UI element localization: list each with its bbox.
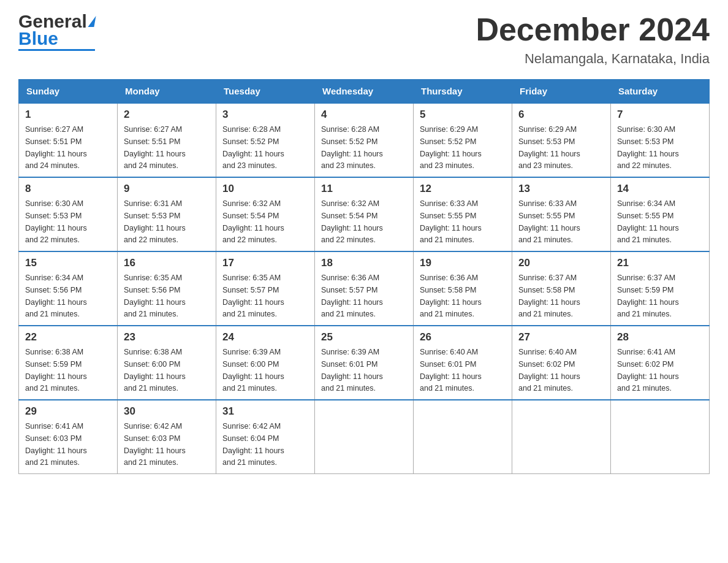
day-number: 27 [518, 331, 604, 343]
day-info: Sunrise: 6:37 AMSunset: 5:58 PMDaylight:… [518, 274, 580, 318]
day-number: 31 [222, 405, 308, 418]
subtitle: Nelamangala, Karnataka, India [476, 51, 710, 67]
calendar-header-sunday: Sunday [19, 80, 118, 104]
day-number: 11 [321, 183, 407, 195]
day-info: Sunrise: 6:30 AMSunset: 5:53 PMDaylight:… [25, 199, 87, 244]
day-info: Sunrise: 6:29 AMSunset: 5:53 PMDaylight:… [518, 125, 580, 170]
day-info: Sunrise: 6:30 AMSunset: 5:53 PMDaylight:… [617, 125, 679, 170]
day-info: Sunrise: 6:27 AMSunset: 5:51 PMDaylight:… [124, 125, 186, 170]
day-info: Sunrise: 6:42 AMSunset: 6:03 PMDaylight:… [124, 422, 186, 467]
calendar-cell: 15 Sunrise: 6:34 AMSunset: 5:56 PMDaylig… [19, 251, 118, 326]
calendar-week-3: 15 Sunrise: 6:34 AMSunset: 5:56 PMDaylig… [19, 251, 710, 326]
calendar-cell: 6 Sunrise: 6:29 AMSunset: 5:53 PMDayligh… [512, 103, 611, 177]
calendar-cell: 5 Sunrise: 6:29 AMSunset: 5:52 PMDayligh… [414, 103, 512, 177]
page-header: General Blue December 2024 Nelamangala, … [18, 12, 710, 67]
calendar-cell [512, 400, 611, 474]
logo-blue-text: Blue [18, 29, 95, 51]
calendar-header-thursday: Thursday [414, 80, 512, 104]
calendar-header-monday: Monday [118, 80, 216, 104]
calendar-week-4: 22 Sunrise: 6:38 AMSunset: 5:59 PMDaylig… [19, 326, 710, 400]
day-number: 9 [124, 183, 210, 195]
day-number: 2 [124, 109, 210, 121]
day-info: Sunrise: 6:28 AMSunset: 5:52 PMDaylight:… [321, 125, 383, 170]
calendar-header-saturday: Saturday [611, 80, 710, 104]
day-info: Sunrise: 6:32 AMSunset: 5:54 PMDaylight:… [222, 199, 284, 244]
day-info: Sunrise: 6:42 AMSunset: 6:04 PMDaylight:… [222, 422, 284, 467]
day-info: Sunrise: 6:29 AMSunset: 5:52 PMDaylight:… [420, 125, 482, 170]
calendar-cell: 22 Sunrise: 6:38 AMSunset: 5:59 PMDaylig… [19, 326, 118, 400]
day-info: Sunrise: 6:39 AMSunset: 6:00 PMDaylight:… [222, 348, 284, 393]
day-info: Sunrise: 6:27 AMSunset: 5:51 PMDaylight:… [25, 125, 87, 170]
calendar-cell: 11 Sunrise: 6:32 AMSunset: 5:54 PMDaylig… [315, 177, 414, 251]
calendar-cell: 2 Sunrise: 6:27 AMSunset: 5:51 PMDayligh… [118, 103, 216, 177]
day-number: 13 [518, 183, 604, 195]
day-number: 25 [321, 331, 407, 343]
day-number: 4 [321, 109, 407, 121]
day-info: Sunrise: 6:39 AMSunset: 6:01 PMDaylight:… [321, 348, 383, 393]
logo: General Blue [18, 12, 95, 51]
day-number: 20 [518, 257, 604, 269]
day-info: Sunrise: 6:38 AMSunset: 6:00 PMDaylight:… [124, 348, 186, 393]
calendar-header-wednesday: Wednesday [315, 80, 414, 104]
calendar-cell: 24 Sunrise: 6:39 AMSunset: 6:00 PMDaylig… [216, 326, 315, 400]
calendar-cell: 3 Sunrise: 6:28 AMSunset: 5:52 PMDayligh… [216, 103, 315, 177]
day-number: 3 [222, 109, 308, 121]
day-number: 18 [321, 257, 407, 269]
day-number: 23 [124, 331, 210, 343]
calendar-cell: 20 Sunrise: 6:37 AMSunset: 5:58 PMDaylig… [512, 251, 611, 326]
day-number: 22 [25, 331, 111, 343]
day-info: Sunrise: 6:33 AMSunset: 5:55 PMDaylight:… [420, 199, 482, 244]
day-info: Sunrise: 6:34 AMSunset: 5:56 PMDaylight:… [25, 274, 87, 318]
calendar-header-row: SundayMondayTuesdayWednesdayThursdayFrid… [19, 80, 710, 104]
day-number: 19 [420, 257, 506, 269]
calendar-cell: 25 Sunrise: 6:39 AMSunset: 6:01 PMDaylig… [315, 326, 414, 400]
title-section: December 2024 Nelamangala, Karnataka, In… [476, 12, 710, 67]
day-number: 12 [420, 183, 506, 195]
calendar-header-tuesday: Tuesday [216, 80, 315, 104]
calendar-cell: 7 Sunrise: 6:30 AMSunset: 5:53 PMDayligh… [611, 103, 710, 177]
calendar-cell: 28 Sunrise: 6:41 AMSunset: 6:02 PMDaylig… [611, 326, 710, 400]
calendar-cell: 10 Sunrise: 6:32 AMSunset: 5:54 PMDaylig… [216, 177, 315, 251]
calendar-table: SundayMondayTuesdayWednesdayThursdayFrid… [18, 79, 710, 474]
main-title: December 2024 [476, 12, 710, 47]
day-number: 7 [617, 109, 703, 121]
day-info: Sunrise: 6:35 AMSunset: 5:57 PMDaylight:… [222, 274, 284, 318]
calendar-cell: 8 Sunrise: 6:30 AMSunset: 5:53 PMDayligh… [19, 177, 118, 251]
calendar-cell: 18 Sunrise: 6:36 AMSunset: 5:57 PMDaylig… [315, 251, 414, 326]
day-info: Sunrise: 6:40 AMSunset: 6:02 PMDaylight:… [518, 348, 580, 393]
day-number: 26 [420, 331, 506, 343]
calendar-cell: 1 Sunrise: 6:27 AMSunset: 5:51 PMDayligh… [19, 103, 118, 177]
calendar-cell: 29 Sunrise: 6:41 AMSunset: 6:03 PMDaylig… [19, 400, 118, 474]
calendar-cell: 17 Sunrise: 6:35 AMSunset: 5:57 PMDaylig… [216, 251, 315, 326]
calendar-cell [315, 400, 414, 474]
day-number: 17 [222, 257, 308, 269]
calendar-cell: 16 Sunrise: 6:35 AMSunset: 5:56 PMDaylig… [118, 251, 216, 326]
day-number: 1 [25, 109, 111, 121]
calendar-cell: 4 Sunrise: 6:28 AMSunset: 5:52 PMDayligh… [315, 103, 414, 177]
calendar-week-5: 29 Sunrise: 6:41 AMSunset: 6:03 PMDaylig… [19, 400, 710, 474]
day-info: Sunrise: 6:31 AMSunset: 5:53 PMDaylight:… [124, 199, 186, 244]
calendar-cell: 13 Sunrise: 6:33 AMSunset: 5:55 PMDaylig… [512, 177, 611, 251]
calendar-week-2: 8 Sunrise: 6:30 AMSunset: 5:53 PMDayligh… [19, 177, 710, 251]
day-number: 28 [617, 331, 703, 343]
day-info: Sunrise: 6:38 AMSunset: 5:59 PMDaylight:… [25, 348, 87, 393]
calendar-header-friday: Friday [512, 80, 611, 104]
logo-arrow-icon [88, 16, 96, 27]
day-info: Sunrise: 6:32 AMSunset: 5:54 PMDaylight:… [321, 199, 383, 244]
day-number: 30 [124, 405, 210, 418]
day-info: Sunrise: 6:41 AMSunset: 6:02 PMDaylight:… [617, 348, 679, 393]
day-number: 16 [124, 257, 210, 269]
calendar-cell: 23 Sunrise: 6:38 AMSunset: 6:00 PMDaylig… [118, 326, 216, 400]
calendar-cell: 19 Sunrise: 6:36 AMSunset: 5:58 PMDaylig… [414, 251, 512, 326]
day-info: Sunrise: 6:36 AMSunset: 5:57 PMDaylight:… [321, 274, 383, 318]
day-number: 8 [25, 183, 111, 195]
day-info: Sunrise: 6:37 AMSunset: 5:59 PMDaylight:… [617, 274, 679, 318]
day-info: Sunrise: 6:33 AMSunset: 5:55 PMDaylight:… [518, 199, 580, 244]
day-number: 5 [420, 109, 506, 121]
calendar-cell [611, 400, 710, 474]
calendar-week-1: 1 Sunrise: 6:27 AMSunset: 5:51 PMDayligh… [19, 103, 710, 177]
calendar-cell: 12 Sunrise: 6:33 AMSunset: 5:55 PMDaylig… [414, 177, 512, 251]
day-info: Sunrise: 6:36 AMSunset: 5:58 PMDaylight:… [420, 274, 482, 318]
day-number: 14 [617, 183, 703, 195]
day-info: Sunrise: 6:34 AMSunset: 5:55 PMDaylight:… [617, 199, 679, 244]
